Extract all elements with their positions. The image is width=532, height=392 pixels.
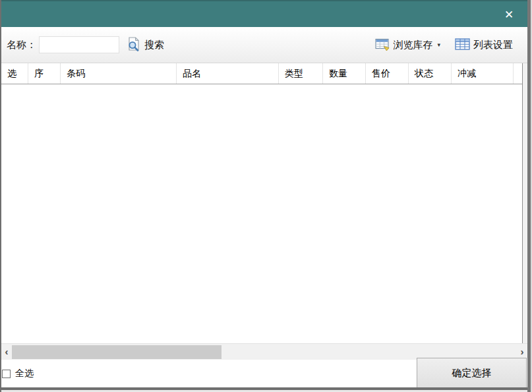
browse-inventory-button[interactable]: 浏览库存 ▾ xyxy=(371,34,444,57)
column-header-barcode[interactable]: 条码 xyxy=(61,63,177,84)
column-header-name[interactable]: 品名 xyxy=(177,63,279,84)
name-label: 名称： xyxy=(7,39,36,51)
column-header-quantity[interactable]: 数量 xyxy=(323,63,366,84)
list-settings-label: 列表设置 xyxy=(473,39,513,51)
titlebar: ✕ xyxy=(1,0,527,27)
column-header-select[interactable]: 选 xyxy=(1,63,28,84)
window-border-bottom xyxy=(0,387,531,390)
select-all-checkbox[interactable] xyxy=(2,370,11,378)
list-settings-button[interactable]: 列表设置 xyxy=(451,34,517,57)
toolbar-right-group: 浏览库存 ▾ 列表设置 xyxy=(371,34,517,57)
chevron-down-icon: ▾ xyxy=(437,42,440,48)
grid-header-row: 选 序 条码 品名 类型 数量 售价 状态 冲减 xyxy=(1,63,522,84)
name-search-input[interactable] xyxy=(39,36,119,53)
footer-bar: 全选 确定选择 xyxy=(1,360,527,387)
close-icon[interactable]: ✕ xyxy=(500,6,518,24)
column-header-filler xyxy=(514,63,522,84)
scroll-left-icon[interactable]: ‹ xyxy=(1,344,12,360)
search-doc-icon xyxy=(126,36,142,54)
browse-inventory-label: 浏览库存 xyxy=(393,39,432,51)
horizontal-scrollbar-thumb[interactable] xyxy=(12,345,222,359)
vertical-scrollbar-track xyxy=(523,63,527,343)
column-header-order[interactable]: 序 xyxy=(28,63,61,84)
confirm-selection-button[interactable]: 确定选择 xyxy=(417,358,527,388)
dialog-window: ✕ 名称： 搜索 xyxy=(0,0,532,392)
column-header-status[interactable]: 状态 xyxy=(409,63,452,84)
grid-body-empty xyxy=(1,85,522,343)
column-header-deduct[interactable]: 冲减 xyxy=(452,63,514,84)
window-border-left xyxy=(0,0,1,392)
table-edit-icon xyxy=(375,37,390,53)
search-button-label: 搜索 xyxy=(144,39,164,51)
select-all-control[interactable]: 全选 xyxy=(2,368,34,379)
select-all-label: 全选 xyxy=(15,368,34,379)
column-header-price[interactable]: 售价 xyxy=(366,63,409,84)
grid-table-icon xyxy=(455,37,471,53)
toolbar: 名称： 搜索 xyxy=(1,27,527,63)
column-header-type[interactable]: 类型 xyxy=(279,63,323,84)
search-button[interactable]: 搜索 xyxy=(122,33,168,57)
